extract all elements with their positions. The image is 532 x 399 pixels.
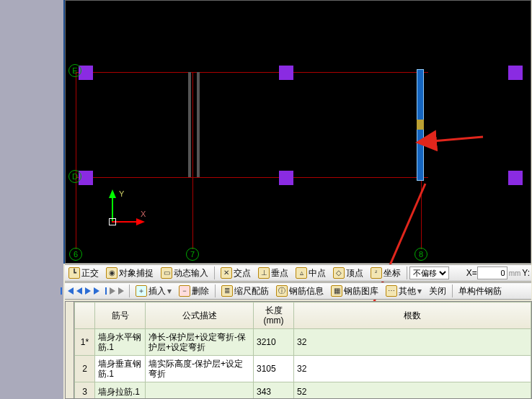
gridline-d [76,177,428,178]
apex-label: 顶点 [346,267,363,279]
table-cell[interactable] [146,382,254,400]
table-cell[interactable]: 3105 [254,356,294,382]
nav-first-icon[interactable] [68,287,74,295]
nav-prev-icon[interactable] [76,287,82,295]
other-button[interactable]: ⋯其他▾ [382,283,425,299]
single-member-button[interactable]: 单构件钢筋 [455,283,505,299]
table-header-row: 筋号 公式描述 长度(mm) 根数 [75,302,531,329]
table-cell[interactable]: 墙实际高度-保护层+设定弯折 [146,356,254,382]
separator [129,284,130,297]
left-panel-placeholder [0,0,63,399]
delete-label: 删除 [192,285,209,297]
perp-icon: ⊥ [258,267,270,279]
axis-bubble-e-label: E [72,66,77,75]
column-edge-a [188,72,191,177]
header-count[interactable]: 根数 [294,302,531,329]
header-desc[interactable]: 公式描述 [146,302,254,329]
table-cell[interactable]: 32 [294,329,531,356]
row-number: 2 [75,356,95,382]
osnap-icon: ◉ [106,267,118,279]
separator [215,284,216,297]
osnap-toggle[interactable]: ◉对象捕捉 [102,265,157,281]
coord-readout: X= mm Y: [466,266,531,279]
scale-rebar-icon: ≣ [221,285,233,297]
y-label: Y: [522,268,530,278]
rebar-info-icon: ⓘ [276,285,288,297]
axis-bubble-d-label: D [72,172,78,181]
insert-label: 插入 [148,285,166,297]
osnap-label: 对象捕捉 [119,267,154,279]
node-e-right[interactable] [508,66,523,80]
nav-next-icon[interactable] [85,287,91,295]
table-row[interactable]: 2墙身垂直钢筋.1墙实际高度-保护层+设定弯折310532 [75,356,531,382]
x-value-input[interactable] [477,266,507,279]
drawing-viewport[interactable]: E D 6 7 8 Y X [65,0,531,264]
axis-bubble-8-label: 8 [419,250,423,259]
apex-icon: ◇ [333,267,345,279]
nav-play-icon[interactable] [110,287,115,295]
x-label: X= [466,268,477,278]
node-d-right[interactable] [508,171,523,185]
scale-rebar-label: 缩尺配筋 [234,285,269,297]
separator [452,284,453,297]
node-d-mid[interactable] [279,171,293,185]
table-cell[interactable]: 52 [294,382,531,400]
scale-rebar-button[interactable]: ≣缩尺配筋 [218,283,272,299]
gridline-e [76,72,428,73]
ortho-toggle[interactable]: ┗正交 [65,265,102,281]
snap-perpendicular[interactable]: ⊥垂点 [254,265,292,281]
close-button[interactable]: 关闭 [425,283,450,299]
rebar-table[interactable]: 筋号 公式描述 长度(mm) 根数 1*墙身水平钢筋.1净长-保护层+设定弯折-… [74,301,532,399]
axis-bubble-6: 6 [69,248,82,261]
chevron-down-icon: ▾ [167,286,172,296]
snap-intersection[interactable]: ✕交点 [217,265,254,281]
table-cell[interactable]: 墙身水平钢筋.1 [95,329,146,356]
delete-button[interactable]: －删除 [175,283,213,299]
table-cell[interactable]: 墙身拉筋.1 [95,382,146,400]
snap-midpoint[interactable]: ▵中点 [292,265,329,281]
rebar-lib-button[interactable]: ▦钢筋图库 [327,283,382,299]
column-edge-b [197,72,200,177]
axis-bubble-6-label: 6 [74,250,78,259]
header-len[interactable]: 长度(mm) [254,302,294,329]
coord-icon: ᶻ [371,267,382,279]
rebar-info-button[interactable]: ⓘ钢筋信息 [272,283,327,299]
delete-icon: － [179,285,190,297]
record-nav [65,287,127,295]
rebar-lib-label: 钢筋图库 [344,285,378,297]
separator [407,266,407,279]
table-row[interactable]: 3墙身拉筋.134352 [75,382,531,400]
gridline-7v [192,72,193,249]
offset-combo[interactable]: 不偏移 [409,266,449,279]
snap-coord[interactable]: ᶻ坐标 [367,265,404,281]
dyninput-toggle[interactable]: ▭动态输入 [157,265,212,281]
snap-apex[interactable]: ◇顶点 [329,265,367,281]
axis-bubble-e: E [68,64,81,77]
nav-last-icon[interactable] [94,287,99,295]
intpt-label: 交点 [234,267,251,279]
ucs-y-label: Y [119,189,124,198]
row-number: 3 [75,382,95,400]
insert-icon: ＋ [136,285,147,297]
mid-icon: ▵ [296,267,307,279]
status-toolbar: ┗正交 ◉对象捕捉 ▭动态输入 ✕交点 ⊥垂点 ▵中点 ◇顶点 ᶻ坐标 不偏移 … [65,264,531,282]
single-member-label: 单构件钢筋 [458,285,502,297]
nav-play2-icon[interactable] [118,287,124,295]
rebar-info-label: 钢筋信息 [289,285,324,297]
table-cell[interactable]: 净长-保护层+设定弯折-保护层+设定弯折 [146,329,254,356]
ucs-axis-icon: Y X [102,188,152,238]
node-e-mid[interactable] [279,66,293,80]
dyninput-icon: ▭ [161,267,172,279]
other-label: 其他 [399,285,416,297]
table-cell[interactable]: 32 [294,356,531,382]
header-id[interactable]: 筋号 [95,302,146,329]
table-cell[interactable]: 墙身垂直钢筋.1 [95,356,146,382]
coord-label: 坐标 [384,267,401,279]
table-cell[interactable]: 343 [254,382,294,400]
insert-button[interactable]: ＋插入▾ [132,283,175,299]
axis-bubble-7-label: 7 [190,250,195,259]
chevron-down-icon: ▾ [417,286,422,296]
table-row[interactable]: 1*墙身水平钢筋.1净长-保护层+设定弯折-保护层+设定弯折321032 [75,329,531,356]
dyninput-label: 动态输入 [174,267,208,279]
table-cell[interactable]: 3210 [254,329,294,356]
